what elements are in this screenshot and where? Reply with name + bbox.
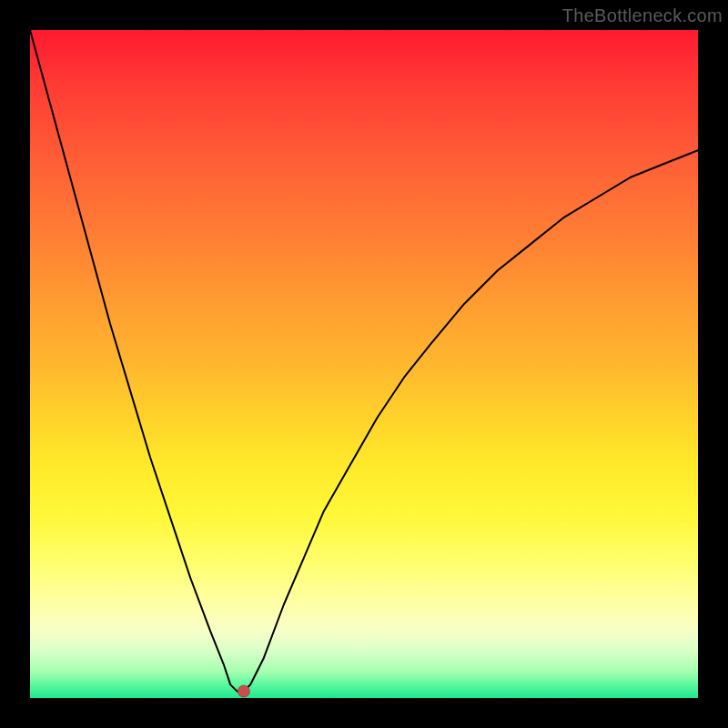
watermark-text: TheBottleneck.com — [562, 5, 723, 26]
chart-frame: TheBottleneck.com — [0, 0, 728, 728]
bottleneck-curve — [30, 30, 698, 698]
curve-path — [30, 30, 698, 692]
optimal-point-marker — [238, 685, 249, 697]
plot-area — [30, 30, 698, 698]
